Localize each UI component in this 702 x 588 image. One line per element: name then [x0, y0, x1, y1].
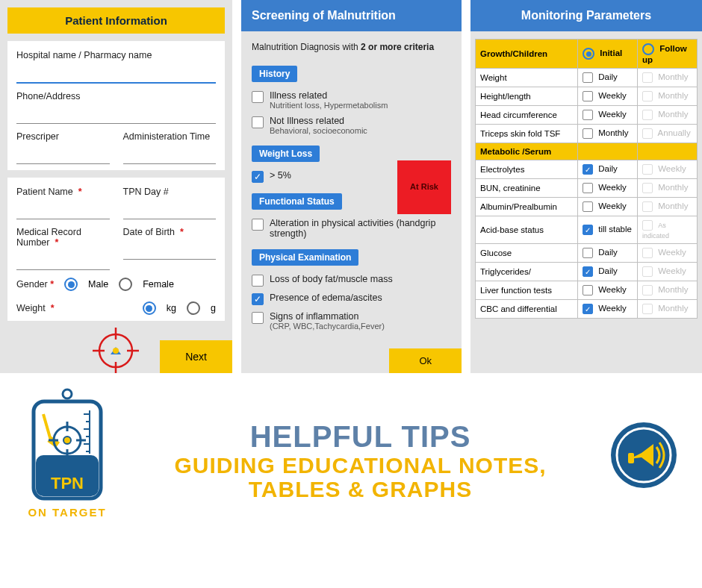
- gender-male-label: Male: [88, 279, 108, 290]
- prescriber-input[interactable]: [16, 146, 110, 164]
- gender-female-radio[interactable]: [119, 278, 132, 291]
- ok-button[interactable]: Ok: [389, 348, 462, 373]
- param-row: Weight Daily Monthly: [476, 69, 698, 87]
- param-checkbox[interactable]: [583, 91, 593, 101]
- param-row: Albumin/Prealbumin Weekly Monthly: [476, 198, 698, 216]
- initial-radio[interactable]: [583, 48, 594, 60]
- param-checkbox[interactable]: [583, 248, 593, 258]
- param-checkbox[interactable]: [583, 72, 593, 83]
- param-followup-cell: Monthly: [638, 198, 698, 216]
- param-initial-cell[interactable]: Weekly: [578, 106, 638, 125]
- weightloss-tag: Weight Loss: [252, 146, 320, 162]
- param-checkbox[interactable]: [583, 183, 593, 193]
- param-checkbox: [642, 128, 653, 139]
- physical-sublabel: (CRP, WBC,Tachycardia,Fever): [270, 322, 385, 331]
- tips-subtitle: GUIDING EDUCATIONAL NOTES, TABLES & GRAP…: [142, 454, 579, 501]
- phone-input[interactable]: [16, 106, 216, 124]
- history-label: Not Illness related: [270, 116, 367, 126]
- param-row: Triceps skin fold TSF Monthly Annually: [476, 125, 698, 143]
- param-checkbox: [642, 248, 653, 258]
- patient-name-input[interactable]: [16, 201, 110, 219]
- param-row: CBC and differential✓ Weekly Monthly: [476, 300, 698, 319]
- gender-female-label: Female: [143, 279, 174, 290]
- param-initial-cell[interactable]: ✓ Weekly: [578, 300, 638, 319]
- group-row: Metabolic /Serum: [476, 143, 698, 160]
- patient-info-title: Patient Information: [7, 7, 225, 34]
- svg-line-9: [43, 414, 51, 440]
- functional-label: Alteration in physical activities (handg…: [270, 218, 451, 239]
- physical-checkbox[interactable]: [252, 312, 264, 324]
- param-checkbox[interactable]: ✓: [583, 266, 593, 277]
- unit-g-radio[interactable]: [187, 301, 200, 315]
- unit-kg-label: kg: [167, 303, 176, 313]
- weightloss-checkbox[interactable]: ✓: [252, 171, 264, 183]
- unit-kg-radio[interactable]: [143, 301, 156, 315]
- gender-male-radio[interactable]: [64, 278, 78, 291]
- param-checkbox[interactable]: [583, 128, 593, 139]
- param-initial-cell[interactable]: Weekly: [578, 198, 638, 216]
- param-checkbox[interactable]: [583, 285, 593, 295]
- tpn-day-input[interactable]: [123, 201, 217, 219]
- param-name: Weight: [476, 69, 578, 87]
- param-name: CBC and differential: [476, 300, 578, 319]
- patient-name-label: Patient Name *: [16, 187, 110, 197]
- physical-checkbox[interactable]: ✓: [252, 293, 264, 305]
- dob-label: Date of Birth *: [123, 227, 217, 237]
- param-checkbox[interactable]: [583, 110, 593, 120]
- param-checkbox[interactable]: ✓: [583, 164, 593, 175]
- param-followup-cell: As indicated: [638, 216, 698, 244]
- param-checkbox[interactable]: ✓: [583, 225, 593, 235]
- physical-label: Signs of inflammation: [270, 311, 385, 322]
- svg-point-5: [113, 348, 119, 354]
- param-checkbox[interactable]: [583, 201, 593, 212]
- param-checkbox: [642, 220, 653, 231]
- param-initial-cell[interactable]: Weekly: [578, 179, 638, 198]
- hospital-input[interactable]: [16, 65, 216, 84]
- param-followup-cell: Monthly: [638, 281, 698, 300]
- svg-rect-28: [628, 453, 634, 463]
- admin-time-input[interactable]: [123, 146, 217, 164]
- group-label: Metabolic /Serum: [476, 143, 578, 160]
- svg-point-19: [63, 437, 71, 444]
- physical-tag: Physical Examination: [252, 249, 358, 266]
- patient-info-panel: Patient Information Hospital name / Phar…: [0, 0, 232, 373]
- physical-item: Signs of inflammation(CRP, WBC,Tachycard…: [252, 311, 451, 331]
- param-initial-cell[interactable]: ✓ Daily: [578, 263, 638, 281]
- monitoring-panel: Monitoring Parameters Growth/Children In…: [470, 0, 702, 373]
- param-initial-cell[interactable]: Weekly: [578, 281, 638, 300]
- param-initial-cell[interactable]: ✓ till stable: [578, 216, 638, 244]
- megaphone-icon: [609, 420, 680, 494]
- param-name: Liver function tests: [476, 281, 578, 300]
- physical-checkbox[interactable]: [252, 275, 264, 287]
- next-button[interactable]: Next: [160, 340, 232, 373]
- mrn-input[interactable]: [16, 252, 110, 270]
- svg-text:TPN: TPN: [51, 474, 84, 492]
- group-label: Growth/Children: [476, 40, 578, 69]
- tpn-day-label: TPN Day #: [123, 187, 217, 197]
- param-initial-cell[interactable]: ✓ Daily: [578, 160, 638, 179]
- param-initial-cell[interactable]: Daily: [578, 69, 638, 87]
- physical-item: Loss of body fat/muscle mass: [252, 274, 451, 287]
- param-followup-cell: Weekly: [638, 160, 698, 179]
- dob-input[interactable]: [123, 242, 217, 260]
- param-checkbox[interactable]: ✓: [583, 304, 593, 314]
- history-checkbox[interactable]: [252, 116, 264, 128]
- param-initial-cell[interactable]: Weekly: [578, 87, 638, 106]
- param-row: BUN, creatinine Weekly Monthly: [476, 179, 698, 198]
- param-row: Acid-base status✓ till stable As indicat…: [476, 216, 698, 244]
- param-followup-cell: Monthly: [638, 300, 698, 319]
- followup-radio[interactable]: [642, 43, 654, 55]
- history-sublabel: Nutritient loss, Hypermetabolism: [270, 101, 388, 110]
- functional-checkbox[interactable]: [252, 219, 264, 231]
- param-initial-cell[interactable]: Monthly: [578, 125, 638, 143]
- monitoring-title: Monitoring Parameters: [470, 0, 702, 31]
- weightloss-label: > 5%: [270, 170, 291, 181]
- param-initial-cell[interactable]: Daily: [578, 244, 638, 263]
- param-name: BUN, creatinine: [476, 179, 578, 198]
- history-checkbox[interactable]: [252, 91, 264, 103]
- param-checkbox: [642, 91, 653, 101]
- param-checkbox: [642, 304, 653, 314]
- unit-g-label: g: [211, 303, 216, 313]
- param-followup-cell: Monthly: [638, 106, 698, 125]
- param-checkbox: [642, 164, 653, 175]
